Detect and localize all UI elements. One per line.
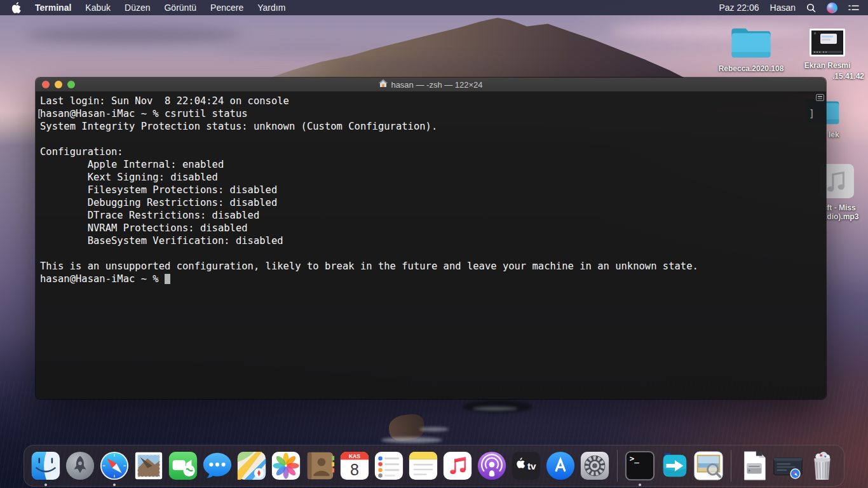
messages-icon bbox=[201, 450, 233, 482]
trash-icon bbox=[806, 450, 838, 482]
facetime-icon bbox=[167, 450, 199, 482]
finder-icon bbox=[30, 450, 62, 482]
dock-item-calendar[interactable]: KAS8 bbox=[339, 450, 370, 482]
minimized-safari-window-icon bbox=[772, 450, 804, 482]
menu-item-yardım[interactable]: Yardım bbox=[257, 3, 285, 13]
music-icon bbox=[442, 450, 473, 482]
dock: KAS8tvA>_ bbox=[24, 445, 844, 487]
apple-icon bbox=[11, 2, 21, 13]
desktop-icon-label: Ekran Resmi bbox=[790, 61, 864, 70]
notes-icon bbox=[407, 450, 439, 482]
dock-item-trash[interactable] bbox=[806, 450, 838, 482]
menu-item-düzen[interactable]: Düzen bbox=[125, 3, 150, 13]
running-indicator-dot bbox=[113, 484, 116, 486]
dock-item-facetime[interactable] bbox=[167, 450, 199, 482]
menu-item-görüntü[interactable]: Görüntü bbox=[164, 3, 196, 13]
dock-item-teamviewer[interactable] bbox=[658, 450, 690, 482]
home-icon bbox=[379, 79, 388, 90]
dock-item-preview[interactable] bbox=[693, 450, 724, 482]
spotlight-icon[interactable] bbox=[806, 3, 816, 13]
dock-item-mail[interactable] bbox=[133, 450, 165, 482]
dock-item-contacts[interactable] bbox=[304, 450, 336, 482]
menu-list: KabukDüzenGörüntüPencereYardım bbox=[85, 3, 285, 13]
desktop-icon-rebecca-folder[interactable]: Rebecca.2020.108 bbox=[707, 24, 796, 73]
disk-image-file-icon bbox=[738, 450, 770, 482]
menu-clock[interactable]: Paz 22:06 bbox=[719, 3, 759, 13]
terminal-title-bar[interactable]: hasan — -zsh — 122×24 bbox=[36, 78, 826, 92]
svg-text:>_: >_ bbox=[630, 454, 640, 464]
apple-tv-icon: tv bbox=[510, 450, 542, 482]
dock-item-launchpad[interactable] bbox=[64, 450, 96, 482]
running-indicator-dot bbox=[639, 484, 641, 486]
app-store-icon: A bbox=[545, 450, 576, 482]
terminal-icon: >_ bbox=[624, 450, 656, 482]
menu-user[interactable]: Hasan bbox=[770, 3, 796, 13]
dock-item-terminal[interactable]: >_ bbox=[624, 450, 656, 482]
dock-item-safari[interactable] bbox=[98, 450, 130, 482]
menu-app-name[interactable]: Terminal bbox=[35, 3, 71, 13]
desktop-screen: Terminal KabukDüzenGörüntüPencereYardım … bbox=[0, 0, 868, 488]
sea-foam bbox=[473, 407, 517, 410]
launchpad-icon bbox=[64, 450, 96, 482]
dock-item-disk-image-file[interactable] bbox=[738, 450, 770, 482]
svg-text:8: 8 bbox=[350, 461, 359, 478]
dock-item-apple-tv[interactable]: tv bbox=[510, 450, 542, 482]
menu-item-kabuk[interactable]: Kabuk bbox=[85, 3, 111, 13]
podcasts-icon bbox=[476, 450, 508, 482]
svg-text:KAS: KAS bbox=[349, 453, 360, 459]
teamviewer-icon bbox=[658, 450, 690, 482]
siri-icon[interactable] bbox=[827, 3, 837, 13]
scrollbar-widget[interactable] bbox=[816, 94, 824, 101]
mail-icon bbox=[133, 450, 165, 482]
terminal-mark-open: [ bbox=[36, 107, 42, 120]
cloud bbox=[330, 61, 496, 70]
folder-icon bbox=[729, 24, 773, 60]
dock-item-system-preferences[interactable] bbox=[579, 450, 611, 482]
dock-item-photos[interactable] bbox=[270, 450, 302, 482]
close-button[interactable] bbox=[42, 81, 50, 88]
desktop-icon-label: Rebecca.2020.108 bbox=[707, 64, 796, 73]
dock-item-reminders[interactable] bbox=[373, 450, 405, 482]
calendar-icon: KAS8 bbox=[339, 450, 370, 482]
desktop-icon-label-fragment: .15.41.42 bbox=[820, 72, 864, 81]
terminal-content[interactable]: Last login: Sun Nov 8 22:04:24 on consol… bbox=[36, 92, 826, 399]
contacts-icon bbox=[304, 450, 336, 482]
dock-item-maps[interactable] bbox=[236, 450, 268, 482]
notification-center-icon[interactable] bbox=[848, 4, 859, 12]
desktop-icon-screenshot[interactable]: Ekran Resmi bbox=[790, 28, 864, 70]
preview-icon bbox=[693, 450, 724, 482]
dock-separator bbox=[731, 450, 731, 482]
photos-icon bbox=[270, 450, 302, 482]
zoom-button[interactable] bbox=[67, 81, 75, 88]
dock-separator bbox=[617, 450, 618, 482]
dock-item-notes[interactable] bbox=[407, 450, 439, 482]
dock-item-podcasts[interactable] bbox=[476, 450, 508, 482]
minimize-button[interactable] bbox=[55, 81, 62, 88]
cloud bbox=[25, 27, 241, 43]
dock-item-music[interactable] bbox=[442, 450, 473, 482]
sea-foam bbox=[419, 427, 449, 431]
terminal-cursor bbox=[165, 274, 170, 284]
running-indicator-dot bbox=[44, 484, 47, 486]
terminal-mark-close: ] bbox=[809, 107, 815, 120]
terminal-output: Last login: Sun Nov 8 22:04:24 on consol… bbox=[36, 92, 826, 285]
terminal-window: hasan — -zsh — 122×24 Last login: Sun No… bbox=[36, 78, 826, 399]
safari-icon bbox=[98, 450, 130, 482]
menu-bar: Terminal KabukDüzenGörüntüPencereYardım … bbox=[0, 0, 868, 15]
terminal-window-title: hasan — -zsh — 122×24 bbox=[391, 80, 482, 90]
dock-item-minimized-safari-window[interactable] bbox=[772, 450, 804, 482]
dock-item-app-store[interactable]: A bbox=[545, 450, 576, 482]
dock-item-finder[interactable] bbox=[30, 450, 62, 482]
reminders-icon bbox=[373, 450, 405, 482]
screenshot-thumbnail-icon bbox=[809, 28, 846, 57]
sea-foam bbox=[381, 437, 442, 443]
dock-item-messages[interactable] bbox=[201, 450, 233, 482]
menu-item-pencere[interactable]: Pencere bbox=[210, 3, 243, 13]
apple-menu[interactable] bbox=[11, 2, 21, 13]
system-preferences-icon bbox=[579, 450, 611, 482]
svg-text:tv: tv bbox=[527, 461, 536, 471]
maps-icon bbox=[236, 450, 268, 482]
